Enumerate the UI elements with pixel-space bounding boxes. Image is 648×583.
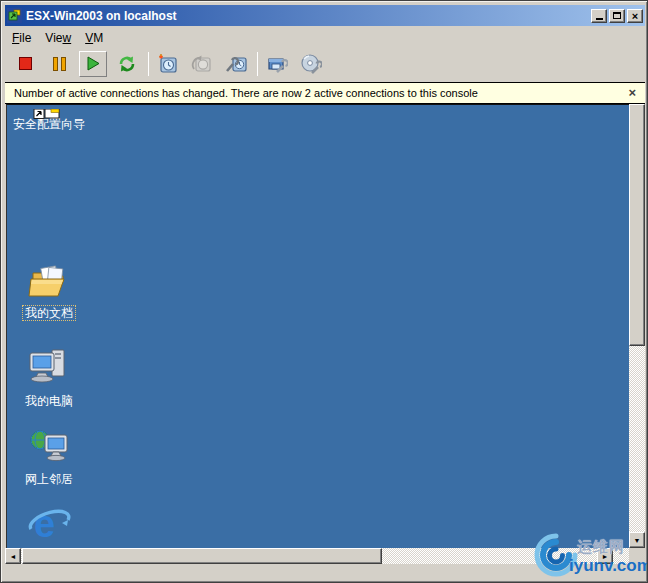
- scroll-left-button[interactable]: ◄: [5, 548, 21, 564]
- titlebar[interactable]: ESX-Win2003 on localhost ×: [5, 5, 645, 26]
- desktop-icon-network-places[interactable]: 网上邻居: [9, 425, 89, 487]
- minimize-button[interactable]: [591, 9, 607, 23]
- edit-settings-button[interactable]: [263, 51, 291, 77]
- guest-desktop[interactable]: 安全配置向导 我的文档 我的电脑: [6, 104, 629, 548]
- window-title: ESX-Win2003 on localhost: [26, 9, 591, 23]
- toolbar-separator: [257, 52, 258, 76]
- arrow-down-icon: ▼: [634, 537, 641, 544]
- notification-bar: Number of active connections has changed…: [5, 82, 645, 104]
- close-button[interactable]: ×: [627, 9, 643, 23]
- internet-explorer-icon: e: [27, 503, 71, 547]
- my-documents-icon: [28, 261, 70, 301]
- notification-close-button[interactable]: ×: [628, 87, 636, 99]
- desktop-icon-label: 网上邻居: [23, 472, 75, 486]
- revert-snapshot-button[interactable]: [188, 51, 216, 77]
- suspend-button[interactable]: [45, 51, 73, 77]
- snapshot-manager-icon: [225, 53, 247, 75]
- horizontal-scrollbar[interactable]: ◄ ►: [5, 548, 629, 564]
- notification-text: Number of active connections has changed…: [14, 87, 628, 99]
- maximize-button[interactable]: [609, 9, 625, 23]
- take-snapshot-icon: [157, 53, 179, 75]
- maximize-icon: [613, 12, 621, 19]
- menu-file[interactable]: File: [5, 30, 38, 46]
- scrollbar-corner: [629, 548, 645, 564]
- toolbar-separator: [148, 52, 149, 76]
- power-off-button[interactable]: [11, 51, 39, 77]
- arrow-left-icon: ◄: [10, 553, 17, 560]
- revert-snapshot-icon: [191, 53, 213, 75]
- arrow-right-icon: ►: [602, 553, 609, 560]
- desktop-icon-my-documents[interactable]: 我的文档: [9, 261, 89, 321]
- stop-icon: [19, 57, 32, 70]
- desktop-icon-label: 我的电脑: [23, 394, 75, 408]
- edit-settings-icon: [266, 53, 288, 75]
- horizontal-scrollbar-thumb[interactable]: [22, 548, 382, 564]
- cd-dvd-devices-button[interactable]: [297, 51, 325, 77]
- my-computer-icon: [28, 347, 70, 389]
- reset-button[interactable]: [113, 51, 141, 77]
- vertical-scrollbar-thumb[interactable]: [629, 104, 645, 346]
- play-icon: [87, 56, 100, 71]
- take-snapshot-button[interactable]: [154, 51, 182, 77]
- toolbar: [5, 47, 645, 80]
- vertical-scrollbar[interactable]: ▼: [629, 104, 645, 548]
- snapshot-manager-button[interactable]: [222, 51, 250, 77]
- network-places-icon: [28, 425, 70, 467]
- cd-devices-icon: [300, 53, 322, 75]
- menu-vm[interactable]: VM: [78, 30, 110, 46]
- reset-icon: [117, 54, 137, 74]
- desktop-icon-internet-explorer[interactable]: e Internet Explorer: [9, 503, 89, 548]
- desktop-icon-my-computer[interactable]: 我的电脑: [9, 347, 89, 409]
- desktop-icon-label: 我的文档: [23, 306, 75, 320]
- close-icon: ×: [632, 11, 638, 21]
- scroll-down-button[interactable]: ▼: [629, 532, 645, 548]
- app-icon: [7, 8, 22, 23]
- svg-text:e: e: [34, 503, 55, 545]
- power-on-button[interactable]: [79, 51, 107, 77]
- shortcut-icon: [33, 105, 65, 115]
- menu-view[interactable]: View: [38, 30, 78, 46]
- scroll-right-button[interactable]: ►: [597, 548, 613, 564]
- desktop-icon-label: 安全配置向导: [11, 117, 87, 131]
- vm-console-window: ESX-Win2003 on localhost × File View VM: [0, 0, 648, 583]
- pause-icon: [53, 57, 66, 71]
- menubar: File View VM: [5, 28, 645, 47]
- desktop-icon-security-config-wizard[interactable]: 安全配置向导: [9, 105, 89, 132]
- minimize-icon: [596, 18, 603, 20]
